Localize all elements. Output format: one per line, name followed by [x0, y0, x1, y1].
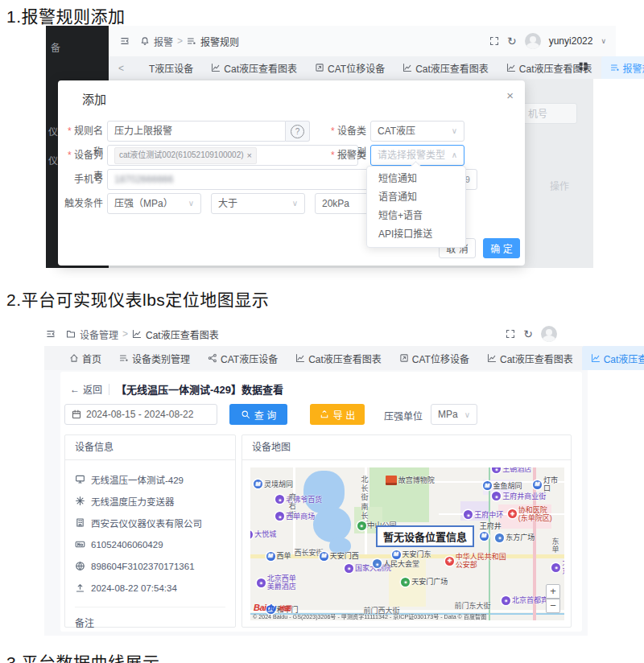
content-card: ← 返回 【无线温压一体测试-429】数据查看 2024-08-15 - 202… — [60, 372, 582, 632]
tab-icon — [119, 353, 129, 363]
map-poi-icon — [464, 510, 473, 519]
tab-options-grid-icon[interactable] — [578, 61, 588, 72]
query-button[interactable]: 查 询 — [229, 404, 287, 425]
tab[interactable]: CAT位移设备 — [306, 56, 394, 79]
device-category-select[interactable]: CAT液压 ∨ — [370, 121, 464, 142]
map-label: 金鱼胡同 — [483, 481, 522, 490]
breadcrumb-separator: > — [122, 328, 128, 340]
info-item-text: 无线温压一体测试-429 — [91, 473, 184, 486]
chart-icon — [132, 329, 142, 339]
tab[interactable]: Cat液压查看图表 — [202, 56, 306, 79]
map-label-text: 中华人民共和国 公安部 — [456, 553, 506, 569]
map-zoom-in-button[interactable]: + — [546, 584, 560, 599]
info-item-icon — [75, 583, 85, 593]
tag-close-icon[interactable]: × — [247, 148, 252, 163]
sidebar-collapse-icon[interactable] — [46, 329, 56, 339]
tab[interactable]: Cat液压查看图表 × — [582, 346, 644, 370]
tab-label: CAT位移设备 — [328, 61, 385, 75]
tab[interactable]: 设备类别管理 — [110, 346, 199, 370]
trigger-operator-select[interactable]: 大于 ∨ — [211, 193, 305, 214]
tab[interactable]: Cat液压查看图表 — [394, 56, 497, 79]
calendar-icon — [72, 410, 81, 419]
rule-name-input[interactable]: 压力上限报警 — [107, 121, 286, 142]
modal-title: 添加 — [82, 90, 106, 107]
tab[interactable]: Cat液压查看图表 — [287, 346, 390, 370]
section2-title: 2.平台可实现仪表lbs定位地图显示 — [6, 286, 269, 311]
tab-icon — [506, 63, 516, 72]
refresh-icon[interactable]: ↻ — [523, 327, 533, 340]
dropdown-option[interactable]: API接口推送 — [367, 225, 465, 244]
baidu-map[interactable]: 王朝酒店 灵境胡同 灯市口 金鱼胡同 — [250, 467, 564, 620]
map-poi-icon — [254, 480, 262, 488]
breadcrumb-level1[interactable]: 报警 — [154, 35, 173, 48]
question-icon: ? — [291, 125, 304, 138]
device-map-panel: 设备地图 — [242, 434, 572, 628]
map-poi-icon — [480, 532, 489, 541]
map-poi-icon — [275, 495, 284, 504]
dropdown-option[interactable]: 短信+语音 — [367, 207, 465, 225]
chevron-down-icon: ∨ — [188, 194, 194, 213]
tab-label: Cat液压查看图表 — [500, 352, 573, 365]
tab[interactable]: T液压设备 — [127, 56, 202, 79]
tabs-scroll-left[interactable]: < — [115, 63, 127, 79]
map-poi-icon — [492, 467, 501, 473]
map-label-text: 王府井商业街 — [502, 492, 546, 500]
tabs-scroll-right[interactable]: > — [567, 61, 572, 72]
sidebar-item-label[interactable]: 仪 — [48, 153, 58, 167]
refresh-icon[interactable]: ↻ — [507, 35, 517, 47]
map-label — [480, 532, 490, 541]
map-poi-icon — [483, 481, 492, 490]
section3-title: 3.平台数据曲线展示 — [6, 649, 160, 663]
trigger-field-select[interactable]: 压强（MPa） ∨ — [107, 193, 201, 214]
device-info-list: 无线温压一体测试-429 无线温度压力变送器 西安云仪仪器仪表有限公司 6105… — [65, 460, 235, 599]
confirm-button[interactable]: 确 定 — [483, 238, 520, 258]
tab[interactable]: Cat液压查看图表 — [478, 346, 582, 370]
alarm-rules-icon — [187, 36, 196, 46]
close-icon[interactable]: × — [506, 89, 514, 102]
tab[interactable]: 首页 — [60, 346, 110, 370]
map-poi-icon — [320, 552, 328, 561]
breadcrumb-level1[interactable]: 设备管理 — [80, 327, 118, 341]
note-label: 备注 — [65, 607, 235, 637]
export-button[interactable]: 导 出 — [310, 404, 365, 425]
pressure-unit-select[interactable]: MPa ∨ — [431, 404, 477, 425]
avatar[interactable] — [525, 33, 541, 49]
info-item-icon — [75, 496, 85, 506]
tab-icon — [487, 353, 497, 363]
tab-icon — [399, 353, 409, 363]
map-label: 故宫博物院 — [386, 476, 435, 485]
map-zoom-out-button[interactable]: − — [546, 599, 560, 613]
map-label-text: 协和医院 (东单院区) — [518, 506, 552, 522]
map-label-text: 东单 — [551, 537, 564, 554]
map-label-text: 大悦城 — [254, 530, 276, 538]
avatar[interactable] — [541, 326, 557, 342]
tab-label: 设备类别管理 — [132, 352, 190, 365]
tab-icon — [211, 63, 221, 72]
map-label-text: 前门东大街 — [455, 602, 491, 610]
page-title: 【无线温压一体测试-429】数据查看 — [116, 381, 283, 397]
tab[interactable]: CAT液压设备 — [199, 346, 287, 370]
dropdown-option[interactable]: 语音通知 — [367, 188, 465, 207]
dropdown-option[interactable]: 短信通知 — [367, 170, 465, 188]
username[interactable]: yunyi2022 — [549, 35, 593, 47]
map-poi-icon — [275, 512, 284, 521]
tab-icon — [610, 63, 620, 72]
sidebar-item-label[interactable]: 备 — [51, 40, 60, 54]
page-body: ← 返回 【无线温压一体测试-429】数据查看 2024-08-15 - 202… — [44, 370, 588, 636]
alarm-icon — [140, 36, 150, 46]
map-label-text: 天安门西 — [330, 552, 359, 560]
date-range-picker[interactable]: 2024-08-15 - 2024-08-22 — [64, 404, 217, 425]
fullscreen-icon[interactable] — [506, 329, 515, 339]
tab[interactable]: 报警规则 × — [601, 56, 644, 79]
map-poi-icon — [495, 533, 504, 542]
back-button[interactable]: ← 返回 — [70, 382, 102, 396]
sidebar-item-label[interactable]: 仪 — [48, 124, 58, 138]
map-label: 灯市口 — [533, 476, 564, 492]
phone-label: 手机号 — [58, 169, 103, 190]
phone-search-input[interactable]: 机号 — [521, 103, 577, 124]
sidebar-collapse-icon[interactable] — [120, 36, 130, 46]
tab[interactable]: CAT位移设备 — [390, 346, 478, 370]
fullscreen-icon[interactable] — [489, 36, 499, 46]
rule-name-help-button[interactable]: ? — [286, 121, 310, 142]
info-item-text: 898604F3102370171361 — [91, 562, 195, 571]
